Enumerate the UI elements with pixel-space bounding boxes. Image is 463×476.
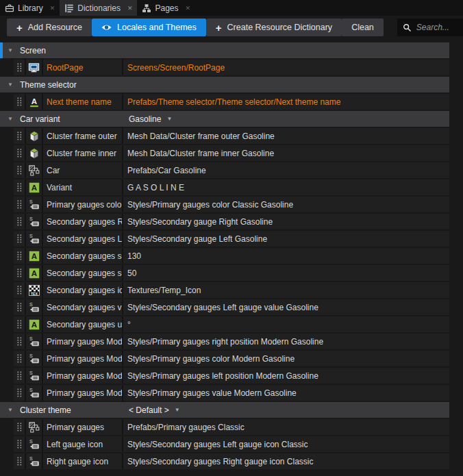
close-icon[interactable]: ✕ [186,5,191,12]
resource-row[interactable]: SSecondary gauges RigStyles/Secondary ga… [14,214,449,229]
svg-text:S: S [29,371,33,375]
resource-row[interactable]: ASecondary gauges sca130 [14,248,449,264]
resource-value[interactable]: G A S O L I N E [123,179,449,195]
resource-row[interactable]: SSecondary gauges valStyles/Secondary ga… [14,299,449,315]
drag-handle-icon[interactable] [14,179,26,195]
drag-handle-icon[interactable] [14,214,26,229]
resource-row[interactable]: ANext theme namePrefabs/Theme selector/T… [14,94,449,110]
drag-handle-icon[interactable] [14,368,26,384]
group-header-theme-selector[interactable]: ▼Theme selector [0,77,449,92]
resource-row[interactable]: SSecondary gauges LefStyles/Secondary ga… [14,231,449,247]
resource-value[interactable]: Styles/Primary gauges color Modern Gasol… [123,351,449,366]
mesh-icon [26,128,43,144]
resource-value[interactable]: 50 [123,265,449,281]
drag-handle-icon[interactable] [14,385,26,401]
resource-value[interactable]: Styles/Secondary gauges Left gauge icon … [123,436,449,452]
tab-library[interactable]: Library ✕ [0,0,60,16]
drag-handle-icon[interactable] [14,94,26,110]
resource-row[interactable]: ASecondary gauges sca50 [14,265,449,281]
resource-value[interactable]: 130 [123,248,449,264]
drag-handle-icon[interactable] [14,162,26,178]
drag-handle-icon[interactable] [14,453,26,469]
svg-text:S: S [29,336,33,341]
resource-row[interactable]: CarPrefabs/Car Gasoline [14,162,449,178]
resource-value[interactable]: Textures/Temp_Icon [123,282,449,298]
svg-text:A: A [31,321,36,329]
drag-handle-icon[interactable] [14,334,26,349]
close-icon[interactable]: ✕ [127,5,133,12]
drag-handle-icon[interactable] [14,60,26,75]
add-resource-button[interactable]: + Add Resource [7,18,92,36]
resource-value[interactable]: Styles/Primary gauges color Classic Gaso… [123,197,449,212]
resource-name: Car [43,162,123,178]
group-variant-value: < Default > [129,405,169,415]
drag-handle-icon[interactable] [14,128,26,144]
drag-handle-icon[interactable] [14,248,26,264]
resource-row[interactable]: AVariantG A S O L I N E [14,179,449,195]
resource-row[interactable]: SRight gauge iconStyles/Secondary gauges… [14,453,449,469]
resource-row[interactable]: SPrimary gauges ModeStyles/Primary gauge… [14,385,449,401]
string-icon: A [26,265,43,281]
resource-value[interactable]: Screens/Screen/RootPage [123,60,449,75]
group-variant-dropdown[interactable]: Gasoline▼ [129,114,172,124]
resource-row[interactable]: Primary gaugesPrefabs/Primary gauges Cla… [14,419,449,435]
resource-name: Left gauge icon [43,436,123,452]
drag-handle-icon[interactable] [14,265,26,281]
resource-row[interactable]: SPrimary gauges ModeStyles/Primary gauge… [14,334,449,349]
resource-row[interactable]: Cluster frame outerMesh Data/Cluster fra… [14,128,449,144]
drag-handle-icon[interactable] [14,316,26,332]
resource-value[interactable]: Mesh Data/Cluster frame outer Gasoline [123,128,449,144]
search-input[interactable] [416,23,463,32]
drag-handle-icon[interactable] [14,299,26,315]
drag-handle-icon[interactable] [14,351,26,366]
create-resource-dictionary-button[interactable]: + Create Resource Dictionary [206,18,342,36]
resource-row[interactable]: SLeft gauge iconStyles/Secondary gauges … [14,436,449,452]
resource-row[interactable]: TEXSecondary gauges icoTextures/Temp_Ico… [14,282,449,298]
tab-dictionaries[interactable]: Dictionaries ✕ [60,0,137,16]
resource-value[interactable]: Styles/Secondary gauges Right gauge icon… [123,453,449,469]
resource-row[interactable]: SPrimary gauges ModeStyles/Primary gauge… [14,351,449,366]
resource-row[interactable]: SPrimary gauges colorStyles/Primary gaug… [14,197,449,212]
toolbox-icon [5,3,14,13]
collapse-triangle-icon[interactable]: ▼ [5,82,15,88]
drag-handle-icon[interactable] [14,197,26,212]
clean-button[interactable]: Clean [342,18,384,36]
svg-text:S: S [29,439,33,444]
resource-value[interactable]: Prefabs/Car Gasoline [123,162,449,178]
search-box[interactable] [397,18,463,36]
resource-value[interactable]: Styles/Secondary gauge Right Gasoline [123,214,449,229]
group-header-car-variant[interactable]: ▼Car variantGasoline▼ [0,111,449,127]
resource-name: Secondary gauges Rig [43,214,123,229]
resource-value[interactable]: Prefabs/Theme selector/Theme selector/Ne… [123,94,449,110]
tab-label: Dictionaries [77,3,121,13]
locales-and-themes-button[interactable]: Locales and Themes [92,18,206,36]
group-header-cluster-theme[interactable]: ▼Cluster theme< Default >▼ [0,402,449,418]
resource-value[interactable]: Prefabs/Primary gauges Classic [123,419,449,435]
collapse-triangle-icon[interactable]: ▼ [5,47,15,53]
svg-text:S: S [29,199,33,204]
collapse-triangle-icon[interactable]: ▼ [5,116,15,122]
resource-list: ▼ScreenRootPageScreens/Screen/RootPage▼T… [0,42,449,471]
drag-handle-icon[interactable] [14,145,26,161]
resource-value[interactable]: Styles/Secondary gauges Left gauge value… [123,299,449,315]
drag-handle-icon[interactable] [14,231,26,247]
resource-value[interactable]: Styles/Primary gauges value Modern Gasol… [123,385,449,401]
resource-value[interactable]: Styles/Primary gauges right position Mod… [123,334,449,349]
resource-row[interactable]: SPrimary gauges ModeStyles/Primary gauge… [14,368,449,384]
close-icon[interactable]: ✕ [50,5,55,12]
resource-row[interactable]: RootPageScreens/Screen/RootPage [14,60,449,75]
resource-value[interactable]: Styles/Secondary gauge Left Gasoline [123,231,449,247]
drag-handle-icon[interactable] [14,436,26,452]
drag-handle-icon[interactable] [14,282,26,298]
resource-value[interactable]: ° [123,316,449,332]
group-variant-dropdown[interactable]: < Default >▼ [129,405,180,415]
drag-handle-icon[interactable] [14,419,26,435]
tab-pages[interactable]: Pages ✕ [137,0,195,16]
collapse-triangle-icon[interactable]: ▼ [5,407,15,413]
resource-row[interactable]: Cluster frame innerMesh Data/Cluster fra… [14,145,449,161]
group-header-screen[interactable]: ▼Screen [0,42,449,58]
resource-value[interactable]: Styles/Primary gauges left position Mode… [123,368,449,384]
resource-value[interactable]: Mesh Data/Cluster frame inner Gasoline [123,145,449,161]
resource-name: Right gauge icon [43,453,123,469]
resource-row[interactable]: ASecondary gauges un° [14,316,449,332]
